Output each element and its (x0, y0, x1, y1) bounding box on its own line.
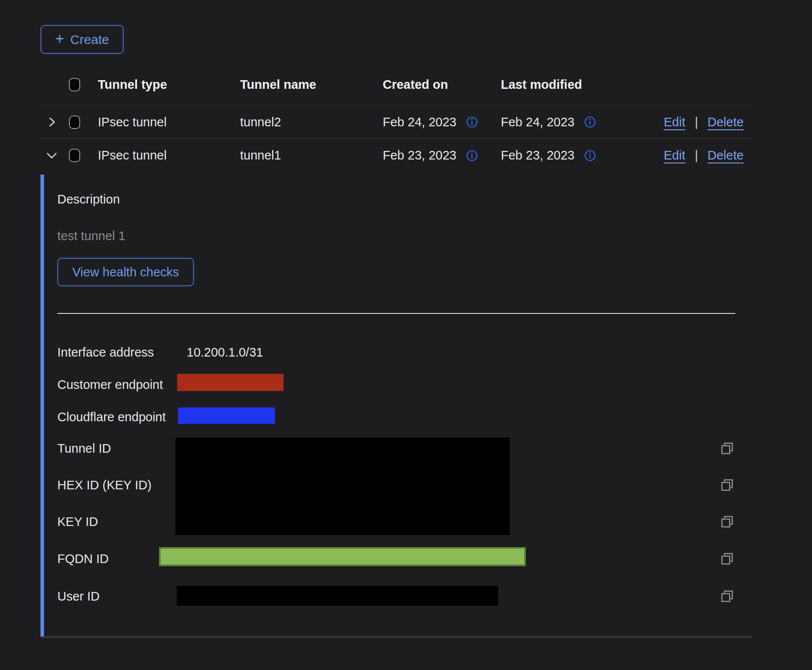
actions-separator: | (695, 115, 698, 129)
copy-icon (720, 551, 734, 566)
ids-redacted-block (175, 438, 510, 535)
copy-key-id-button[interactable] (720, 514, 734, 529)
expanded-accent-bar (41, 175, 44, 636)
last-modified-cell: Feb 24, 2023 (501, 115, 575, 129)
tunnel-id-label: Tunnel ID (57, 441, 111, 456)
tunnel-type-cell: IPsec tunnel (92, 148, 234, 163)
fqdn-id-redacted-value (159, 547, 526, 566)
created-on-cell: Feb 24, 2023 (383, 115, 456, 129)
key-id-label: KEY ID (57, 515, 98, 529)
table-row: IPsec tunnel tunnel1 Feb 23, 2023 Feb 23… (41, 139, 752, 172)
table-row: IPsec tunnel tunnel2 Feb 24, 2023 Feb 24… (41, 106, 752, 139)
tunnel-name-cell: tunnel2 (234, 115, 377, 129)
delete-link[interactable]: Delete (708, 115, 744, 129)
customer-endpoint-redacted-value (177, 374, 284, 391)
cloudflare-endpoint-redacted-value (178, 407, 275, 424)
copy-user-id-button[interactable] (720, 589, 734, 604)
customer-endpoint-label: Customer endpoint (57, 378, 163, 392)
tunnel-name-cell: tunnel1 (234, 148, 377, 163)
fqdn-id-label: FQDN ID (57, 552, 109, 566)
plus-icon: + (55, 31, 64, 47)
info-icon[interactable] (466, 150, 478, 162)
copy-icon (720, 478, 734, 492)
table-header-row: Tunnel type Tunnel name Created on Last … (41, 64, 752, 106)
select-all-checkbox[interactable] (69, 78, 80, 91)
description-value: test tunnel 1 (57, 229, 125, 243)
tunnel-details-panel: Description test tunnel 1 View health ch… (41, 172, 752, 638)
row-checkbox[interactable] (69, 149, 80, 162)
interface-address-value: 10.200.1.0/31 (187, 345, 263, 360)
collapse-row-button[interactable] (41, 150, 63, 161)
copy-icon (720, 589, 734, 604)
details-divider (57, 313, 735, 314)
copy-tunnel-id-button[interactable] (720, 441, 734, 456)
user-id-redacted-value (177, 586, 498, 606)
expand-row-button[interactable] (41, 116, 63, 128)
copy-icon (720, 441, 734, 456)
edit-link[interactable]: Edit (664, 148, 685, 163)
header-tunnel-type: Tunnel type (92, 78, 234, 92)
delete-link[interactable]: Delete (708, 148, 744, 163)
copy-hex-id-button[interactable] (720, 478, 734, 492)
created-on-cell: Feb 23, 2023 (383, 148, 456, 163)
hex-id-label: HEX ID (KEY ID) (57, 478, 152, 492)
info-icon[interactable] (584, 116, 596, 128)
chevron-right-icon (46, 116, 57, 128)
header-created-on: Created on (377, 78, 495, 92)
header-tunnel-name: Tunnel name (234, 78, 377, 92)
actions-separator: | (695, 148, 698, 163)
tunnels-page: + Create Tunnel type Tunnel name Created… (0, 0, 812, 670)
cloudflare-endpoint-label: Cloudflare endpoint (57, 410, 166, 424)
create-button[interactable]: + Create (41, 25, 124, 54)
copy-icon (720, 514, 734, 529)
create-button-label: Create (70, 32, 109, 47)
copy-fqdn-id-button[interactable] (720, 551, 734, 566)
info-icon[interactable] (584, 150, 596, 162)
interface-address-label: Interface address (57, 345, 154, 360)
edit-link[interactable]: Edit (664, 115, 685, 129)
last-modified-cell: Feb 23, 2023 (501, 148, 575, 163)
tunnels-table: Tunnel type Tunnel name Created on Last … (41, 64, 752, 638)
chevron-down-icon (45, 150, 58, 161)
tunnel-type-cell: IPsec tunnel (92, 115, 234, 129)
user-id-label: User ID (57, 589, 100, 604)
description-label: Description (57, 192, 120, 207)
row-checkbox[interactable] (69, 116, 80, 129)
view-health-checks-button[interactable]: View health checks (57, 258, 194, 286)
info-icon[interactable] (466, 116, 478, 128)
header-last-modified: Last modified (495, 78, 658, 92)
